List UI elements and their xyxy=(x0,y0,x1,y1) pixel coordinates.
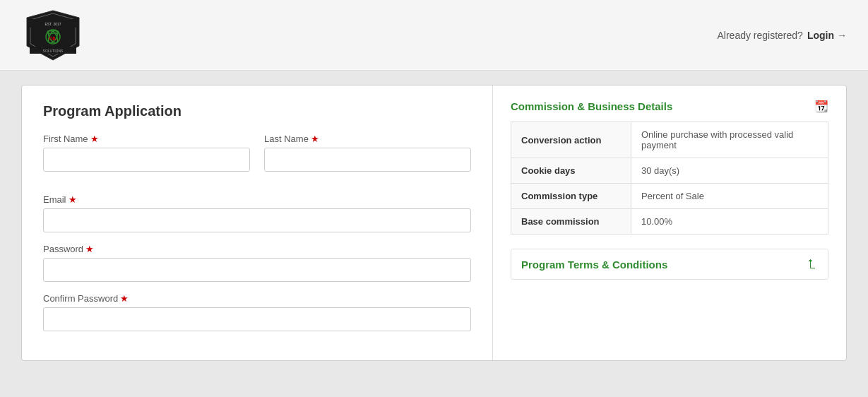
first-name-required: ★ xyxy=(90,134,99,144)
login-arrow-icon: → xyxy=(837,30,847,41)
first-name-input[interactable] xyxy=(43,148,250,172)
commission-header: Commission & Business Details 📆 xyxy=(511,100,828,113)
login-area: Already registered? Login → xyxy=(717,30,847,41)
commission-label: Cookie days xyxy=(511,158,631,184)
commission-label: Conversion action xyxy=(511,122,631,158)
logo-icon: EST. 2017 CBD OIL SOLUTIONS xyxy=(21,7,85,64)
last-name-required: ★ xyxy=(311,134,319,144)
confirm-password-required: ★ xyxy=(120,293,129,304)
commission-title: Commission & Business Details xyxy=(511,100,672,112)
email-input[interactable] xyxy=(43,208,471,232)
first-name-group: First Name ★ xyxy=(43,134,250,172)
calendar-icon: 📆 xyxy=(814,100,828,113)
svg-text:SOLUTIONS: SOLUTIONS xyxy=(43,48,64,52)
email-required: ★ xyxy=(69,194,77,205)
confirm-password-input[interactable] xyxy=(43,307,471,331)
confirm-password-group: Confirm Password ★ xyxy=(43,293,471,331)
terms-arrow-icon: ⮤ xyxy=(807,258,818,271)
commission-value: 10.00% xyxy=(631,209,828,235)
password-group: Password ★ xyxy=(43,244,471,282)
svg-text:EST. 2017: EST. 2017 xyxy=(44,22,61,26)
last-name-input[interactable] xyxy=(264,148,471,172)
right-panel: Commission & Business Details 📆 Conversi… xyxy=(493,85,846,360)
svg-text:OIL: OIL xyxy=(49,36,57,41)
terms-section: Program Terms & Conditions ⮤ xyxy=(511,249,828,280)
password-required: ★ xyxy=(85,244,94,254)
commission-table: Conversion action Online purchase with p… xyxy=(511,122,828,235)
email-group: Email ★ xyxy=(43,194,471,232)
commission-row: Base commission 10.00% xyxy=(511,209,828,235)
first-name-label: First Name ★ xyxy=(43,134,250,144)
login-label: Login xyxy=(807,30,834,41)
last-name-group: Last Name ★ xyxy=(264,134,471,172)
login-link[interactable]: Login → xyxy=(807,30,847,41)
last-name-label: Last Name ★ xyxy=(264,134,471,144)
form-title: Program Application xyxy=(43,103,471,119)
password-label: Password ★ xyxy=(43,244,471,254)
commission-value: Online purchase with processed valid pay… xyxy=(631,122,828,158)
password-input[interactable] xyxy=(43,258,471,282)
commission-row: Conversion action Online purchase with p… xyxy=(511,122,828,158)
svg-text:CBD: CBD xyxy=(47,29,59,35)
terms-title: Program Terms & Conditions xyxy=(521,259,667,271)
commission-row: Commission type Percent of Sale xyxy=(511,184,828,209)
logo-area: EST. 2017 CBD OIL SOLUTIONS xyxy=(21,7,85,64)
confirm-password-label: Confirm Password ★ xyxy=(43,293,471,304)
header: EST. 2017 CBD OIL SOLUTIONS Already regi… xyxy=(0,0,868,71)
commission-value: Percent of Sale xyxy=(631,184,828,209)
commission-label: Commission type xyxy=(511,184,631,209)
terms-header[interactable]: Program Terms & Conditions ⮤ xyxy=(511,249,828,279)
commission-value: 30 day(s) xyxy=(631,158,828,184)
already-registered-text: Already registered? xyxy=(717,30,802,41)
form-panel: Program Application First Name ★ Last Na… xyxy=(22,85,493,360)
commission-section: Commission & Business Details 📆 Conversi… xyxy=(511,100,828,235)
email-label: Email ★ xyxy=(43,194,471,205)
commission-label: Base commission xyxy=(511,209,631,235)
commission-row: Cookie days 30 day(s) xyxy=(511,158,828,184)
name-row: First Name ★ Last Name ★ xyxy=(43,134,471,183)
main-content: Program Application First Name ★ Last Na… xyxy=(0,71,868,375)
application-card: Program Application First Name ★ Last Na… xyxy=(21,85,847,361)
